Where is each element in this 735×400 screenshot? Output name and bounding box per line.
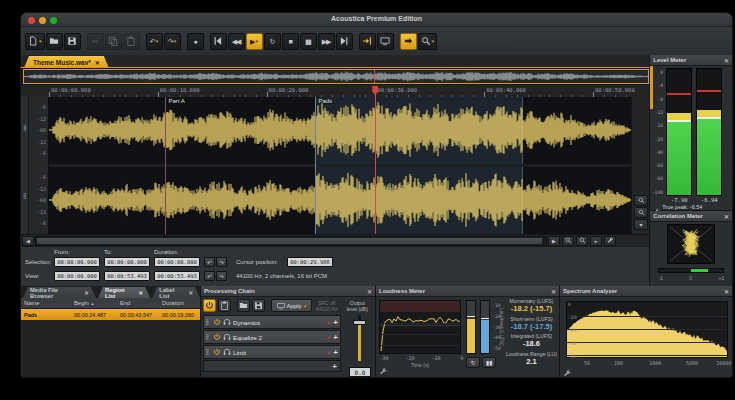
undo-dropdown-icon[interactable]: ▾ [156, 38, 159, 44]
chain-drag-handle[interactable]: ≡≡ [206, 334, 211, 340]
chain-add-icon[interactable]: + [333, 348, 338, 357]
col-begin[interactable]: Begin ▲ [74, 300, 120, 306]
view-to-field[interactable]: 00:00:53.493 [104, 271, 150, 281]
loudness-settings-button[interactable] [379, 362, 389, 372]
loop-playback-button[interactable]: ↻ [264, 33, 281, 50]
cut-button[interactable]: ✂ [87, 33, 104, 50]
chain-remove-icon[interactable]: ✕ [326, 319, 331, 326]
fast-forward-button[interactable]: ▶▶ [318, 33, 335, 50]
view-undo-button[interactable]: ↶ [204, 271, 215, 281]
channel2-grip[interactable]: ≡≡ [22, 193, 28, 203]
new-file-button[interactable]: ▾ [25, 33, 45, 50]
chain-enable-button[interactable] [203, 299, 216, 312]
chain-item-dynamics[interactable]: ≡≡Dynamics✕+ [203, 315, 341, 329]
chain-power-icon[interactable] [213, 333, 221, 341]
paste-button[interactable] [123, 33, 140, 50]
cursor-position-field[interactable]: 00:00:29.986 [287, 257, 333, 267]
tab-region-list[interactable]: Region List ✕ [98, 287, 150, 298]
zoom-in-button[interactable] [562, 236, 574, 246]
chain-add-icon[interactable]: + [333, 318, 338, 327]
document-tab-close-icon[interactable]: ✕ [95, 59, 100, 66]
loop-mode-button[interactable] [400, 33, 417, 50]
selection-from-field[interactable]: 00:00:00.000 [54, 257, 100, 267]
vertical-zoom-out-button[interactable] [634, 207, 648, 218]
timeline-ruler[interactable]: 00:00:00.00000:00:10.00000:00:20.00000:0… [21, 84, 651, 97]
view-from-field[interactable]: 00:00:00.000 [54, 271, 100, 281]
zoom-tool-button[interactable]: ▾ [418, 33, 438, 50]
tab-media-file-browser[interactable]: Media File Browser ✕ [23, 287, 96, 298]
display-mode-button[interactable] [377, 33, 394, 50]
view-redo-button[interactable]: ↷ [216, 271, 227, 281]
chain-monitor-icon[interactable] [223, 333, 231, 341]
spectrum-analyzer-close-icon[interactable]: ✕ [724, 288, 729, 295]
pause-button[interactable]: ▮▮ [300, 33, 317, 50]
playhead-flag[interactable] [372, 86, 378, 95]
chain-drag-handle[interactable]: ≡≡ [206, 319, 211, 325]
apply-dropdown-icon[interactable]: ▾ [304, 303, 307, 309]
tab-label-list-close-icon[interactable]: ✕ [188, 290, 193, 296]
waveform-canvas[interactable]: Part A Pads [49, 97, 631, 234]
new-file-dropdown-icon[interactable]: ▾ [39, 38, 42, 44]
selection-duration-field[interactable]: 00:00:00.000 [154, 257, 200, 267]
apply-button[interactable]: Apply ▾ [271, 299, 312, 312]
loudness-reset-button[interactable]: ↻ [466, 357, 480, 368]
record-button[interactable]: ● [187, 33, 204, 50]
chain-drag-handle[interactable]: ≡≡ [206, 349, 211, 355]
tab-media-file-browser-close-icon[interactable]: ✕ [84, 290, 89, 296]
loudness-pause-button[interactable]: ▮▮ [482, 357, 496, 368]
play-button[interactable]: ▶▾ [246, 33, 263, 50]
chain-paste-button[interactable] [218, 299, 231, 312]
loudness-meter-close-icon[interactable]: ✕ [551, 288, 556, 295]
scroll-left-button[interactable]: ◀ [22, 236, 34, 246]
col-end[interactable]: End [120, 300, 162, 306]
chain-add-icon[interactable]: + [332, 362, 337, 371]
col-name[interactable]: Name [24, 300, 74, 306]
overview-strip[interactable] [23, 69, 649, 84]
selection-redo-button[interactable]: ↷ [216, 257, 227, 267]
document-tab[interactable]: Theme Music.wav* ✕ [24, 56, 109, 68]
redo-dropdown-icon[interactable]: ▾ [174, 38, 177, 44]
selection-to-field[interactable]: 00:00:00.000 [104, 257, 150, 267]
undo-button[interactable]: ↶▾ [146, 33, 163, 50]
chain-remove-icon[interactable]: ✕ [326, 334, 331, 341]
skip-to-end-button[interactable] [336, 33, 353, 50]
rewind-button[interactable]: ◀◀ [228, 33, 245, 50]
correlation-meter-close-icon[interactable]: ✕ [724, 213, 729, 220]
chain-power-icon[interactable] [213, 348, 221, 356]
copy-button[interactable] [105, 33, 122, 50]
vertical-zoom-in-button[interactable] [634, 195, 648, 206]
chain-power-icon[interactable] [213, 318, 221, 326]
selection-undo-button[interactable]: ↶ [204, 257, 215, 267]
go-to-cursor-button[interactable] [359, 33, 376, 50]
output-level-fader[interactable] [349, 315, 369, 361]
chain-item-limit[interactable]: ≡≡Limit✕+ [203, 345, 341, 359]
zoom-tool-dropdown-icon[interactable]: ▾ [432, 38, 435, 44]
col-duration[interactable]: Duration [162, 300, 204, 306]
channel1-grip[interactable]: ≡≡ [22, 125, 28, 135]
chain-add-row[interactable]: + [203, 360, 341, 372]
fader-handle[interactable] [353, 320, 366, 325]
processing-chain-close-icon[interactable]: ✕ [367, 288, 372, 295]
tab-label-list[interactable]: Label List ✕ [152, 287, 200, 298]
chain-monitor-icon[interactable] [223, 348, 231, 356]
spectrum-settings-button[interactable] [563, 364, 573, 374]
scrollbar-track[interactable] [35, 236, 547, 246]
chain-open-button[interactable] [237, 299, 250, 312]
region-list-row[interactable]: Pads 00:00:24.487 00:00:43.547 00:00:19.… [21, 309, 200, 320]
zoom-out-button[interactable] [576, 236, 588, 246]
tab-region-list-close-icon[interactable]: ✕ [139, 290, 144, 296]
view-duration-field[interactable]: 00:00:53.493 [154, 271, 200, 281]
scroll-right-button[interactable]: ▶ [548, 236, 560, 246]
scrollbar-thumb[interactable] [37, 238, 542, 244]
vertical-zoom-menu-button[interactable]: ▾ [634, 219, 648, 230]
chain-monitor-icon[interactable] [223, 318, 231, 326]
skip-to-start-button[interactable] [210, 33, 227, 50]
stop-button[interactable]: ■ [282, 33, 299, 50]
open-file-button[interactable] [46, 33, 63, 50]
chain-save-button[interactable] [252, 299, 265, 312]
chain-remove-icon[interactable]: ✕ [326, 349, 331, 356]
chain-add-icon[interactable]: + [333, 333, 338, 342]
level-meter-close-icon[interactable]: ✕ [724, 57, 729, 64]
zoom-flyout-button[interactable]: ▸ [590, 236, 602, 246]
save-file-button[interactable] [64, 33, 81, 50]
